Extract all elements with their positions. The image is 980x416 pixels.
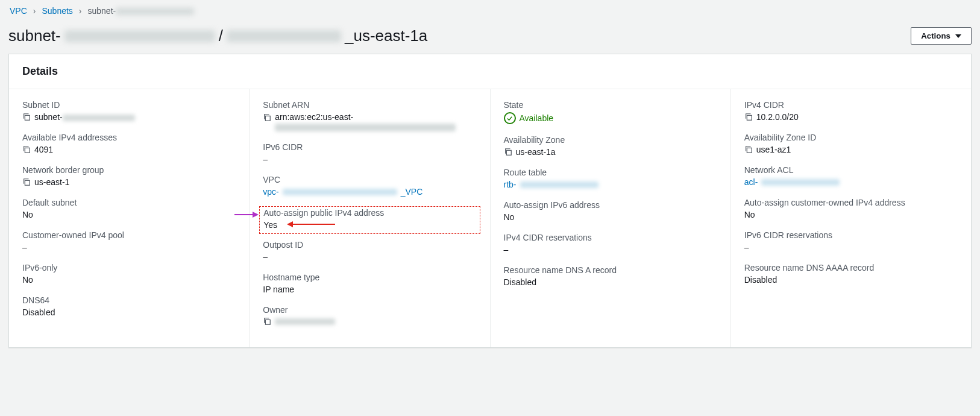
label-acl: Network ACL [744, 165, 958, 175]
svg-marker-6 [287, 221, 293, 227]
svg-rect-8 [266, 320, 271, 324]
label-rtb: Route table [504, 168, 717, 177]
details-panel: Details Subnet ID subnet- Available IPv4… [8, 54, 972, 348]
svg-rect-9 [506, 150, 511, 155]
label-hostname: Hostname type [263, 273, 476, 282]
link-network-acl[interactable]: acl- [744, 177, 958, 187]
svg-rect-1 [25, 148, 30, 153]
label-auto-cust: Auto-assign customer-owned IPv4 address [744, 198, 958, 207]
label-state: State [504, 100, 717, 110]
label-dns-a: Resource name DNS A record [504, 265, 717, 275]
label-subnet-id: Subnet ID [22, 100, 236, 110]
value-avail-ipv4: 4091 [34, 145, 53, 154]
label-az-id: Availability Zone ID [744, 133, 958, 142]
breadcrumb-current-prefix: subnet- [88, 6, 116, 16]
arrow-left-red-icon [287, 220, 335, 230]
svg-marker-5 [253, 212, 259, 218]
chevron-right-icon: › [79, 6, 82, 16]
title-prefix: subnet- [8, 27, 61, 45]
breadcrumb-vpc[interactable]: VPC [10, 6, 27, 16]
value-dns64: Disabled [22, 307, 55, 317]
value-auto-cust: No [744, 210, 755, 219]
label-avail-ipv4: Available IPv4 addresses [22, 133, 236, 142]
redacted-text [275, 318, 335, 325]
value-nbg: us-east-1 [34, 177, 69, 187]
label-default-subnet: Default subnet [22, 198, 236, 207]
label-arn: Subnet ARN [263, 100, 476, 110]
svg-rect-10 [747, 115, 752, 120]
svg-rect-3 [266, 116, 271, 121]
value-cust-pool: – [22, 242, 27, 252]
copy-icon[interactable] [263, 317, 271, 326]
redacted-text [116, 8, 194, 15]
details-col-2: Subnet ARN arn:aws:ec2:us-east- IPv6 CID… [249, 89, 489, 347]
arrow-right-purple-icon [234, 210, 259, 219]
redacted-text [63, 115, 135, 121]
value-ipv6-cidr: – [263, 154, 268, 164]
actions-button[interactable]: Actions [911, 27, 972, 45]
label-ipv6-cidr: IPv6 CIDR [263, 142, 476, 152]
copy-icon[interactable] [504, 148, 512, 156]
copy-icon[interactable] [744, 113, 753, 121]
breadcrumb: VPC › Subnets › subnet- [8, 4, 972, 20]
value-v4cidr: 10.2.0.0/20 [756, 112, 799, 122]
breadcrumb-current: subnet- [88, 6, 195, 16]
value-ipv6-only: No [22, 275, 33, 285]
value-dns-a: Disabled [504, 277, 536, 287]
copy-icon[interactable] [744, 145, 753, 154]
label-outpost: Outpost ID [263, 240, 476, 250]
label-az: Availability Zone [504, 135, 717, 145]
value-hostname: IP name [263, 285, 294, 294]
label-ipv6-only: IPv6-only [22, 263, 236, 273]
redacted-text [520, 181, 598, 188]
breadcrumb-subnets[interactable]: Subnets [42, 6, 72, 16]
label-dns-aaaa: Resource name DNS AAAA record [744, 263, 958, 273]
copy-icon[interactable] [22, 113, 31, 121]
actions-label: Actions [921, 31, 950, 40]
label-vpc: VPC [263, 175, 476, 184]
redacted-text [64, 30, 215, 42]
annotation-highlight: Auto-assign public IPv4 address Yes [259, 206, 480, 234]
link-vpc[interactable]: vpc-_VPC [263, 187, 476, 197]
value-auto-v6: No [504, 212, 515, 222]
value-v6-res: – [744, 242, 749, 252]
value-dns-aaaa: Disabled [744, 275, 777, 285]
caret-down-icon [955, 34, 961, 38]
details-col-1: Subnet ID subnet- Available IPv4 address… [9, 89, 249, 347]
link-route-table[interactable]: rtb- [504, 180, 717, 189]
value-default-subnet: No [22, 210, 33, 219]
value-state: Available [520, 113, 554, 123]
value-auto-v4: Yes [263, 220, 277, 230]
page-title: subnet- / _us-east-1a [8, 27, 427, 45]
svg-rect-11 [747, 148, 752, 153]
label-v4-res: IPv4 CIDR reservations [504, 233, 717, 242]
copy-icon[interactable] [22, 178, 31, 186]
label-cust-pool: Customer-owned IPv4 pool [22, 230, 236, 240]
copy-icon[interactable] [263, 113, 271, 122]
title-slash: / [219, 27, 223, 45]
value-az-id: use1-az1 [756, 145, 791, 154]
label-v6-res: IPv6 CIDR reservations [744, 230, 958, 240]
redacted-text [283, 189, 397, 195]
label-v4cidr: IPv4 CIDR [744, 100, 958, 110]
redacted-text [761, 179, 840, 186]
value-outpost: – [263, 252, 268, 262]
label-dns64: DNS64 [22, 295, 236, 305]
value-subnet-id: subnet- [34, 112, 135, 122]
label-auto-v6: Auto-assign IPv6 address [504, 200, 717, 210]
svg-rect-0 [25, 115, 30, 120]
details-col-3: State Available Availability Zone us-eas… [490, 89, 730, 347]
title-suffix: _us-east-1a [345, 27, 427, 45]
redacted-text [227, 30, 341, 42]
label-owner: Owner [263, 305, 476, 315]
details-col-4: IPv4 CIDR 10.2.0.0/20 Availability Zone … [730, 89, 971, 347]
label-nbg: Network border group [22, 165, 236, 175]
panel-title: Details [9, 54, 971, 89]
svg-rect-2 [25, 180, 30, 185]
redacted-text [275, 124, 456, 131]
check-circle-icon [504, 112, 516, 124]
value-v4-res: – [504, 245, 509, 254]
status-badge: Available [504, 112, 554, 124]
copy-icon[interactable] [22, 145, 31, 154]
value-arn: arn:aws:ec2:us-east- [275, 112, 456, 131]
